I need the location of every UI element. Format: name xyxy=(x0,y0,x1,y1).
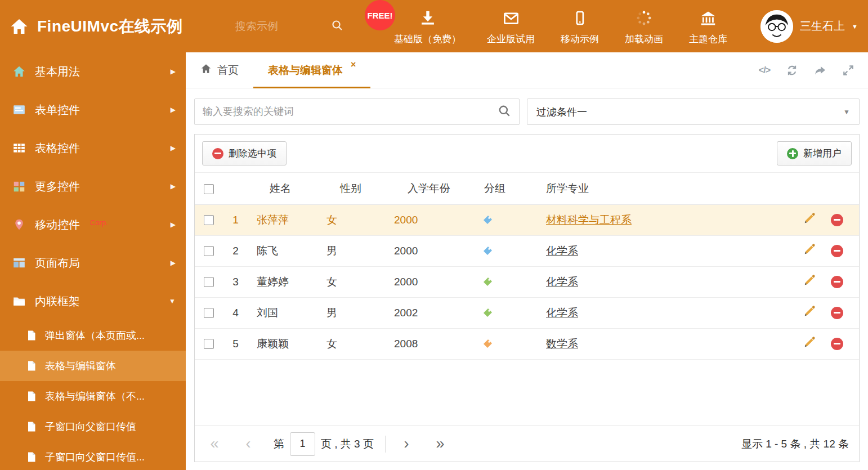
home-icon xyxy=(200,64,212,77)
nav-item-enterprise-trial[interactable]: 企业版试用 xyxy=(487,7,535,46)
major-link[interactable]: 数学系 xyxy=(546,338,578,350)
sidebar-subitem-child-to-parent[interactable]: 子窗口向父窗口传值 xyxy=(0,411,186,442)
col-header-group[interactable]: 分组 xyxy=(471,173,538,204)
col-header-gender[interactable]: 性别 xyxy=(319,173,386,204)
next-page-icon[interactable]: › xyxy=(397,436,416,451)
row-checkbox[interactable] xyxy=(204,308,214,318)
nav-item-mobile-demo[interactable]: 移动示例 xyxy=(561,7,599,46)
tag-icon xyxy=(482,276,538,288)
close-icon[interactable]: × xyxy=(351,60,356,70)
filter-row: 过滤条件一 ▼ xyxy=(194,99,860,125)
table-row[interactable]: 2 陈飞 男 2000 化学系 xyxy=(195,235,859,266)
header-search-input[interactable] xyxy=(235,20,331,33)
table-row[interactable]: 5 康颖颖 女 2008 数学系 xyxy=(195,328,859,359)
row-checkbox[interactable] xyxy=(204,277,214,287)
page-icon xyxy=(26,421,37,432)
search-icon[interactable] xyxy=(331,19,343,34)
sidebar-subitem-popup-window[interactable]: 弹出窗体（本页面或... xyxy=(0,320,186,351)
delete-icon[interactable] xyxy=(831,214,843,226)
sidebar-subitem-grid-edit-window[interactable]: 表格与编辑窗体 xyxy=(0,351,186,381)
home-icon xyxy=(12,65,26,78)
chevron-right-icon: ▶ xyxy=(171,68,176,75)
share-icon[interactable] xyxy=(814,65,826,76)
sidebar-item-mobile-controls[interactable]: 移动控件 Corp. ▶ xyxy=(0,205,186,244)
app: FineUIMvc在线示例 FREE! 基础版（免费） 企业版试用 xyxy=(0,0,868,470)
home-icon[interactable] xyxy=(10,18,28,35)
source-code-icon[interactable]: </> xyxy=(759,65,770,75)
cell-name: 陈飞 xyxy=(248,235,319,266)
table-row[interactable]: 3 董婷婷 女 2000 化学系 xyxy=(195,266,859,297)
sidebar-subitem-child-to-parent-2[interactable]: 子窗口向父窗口传值... xyxy=(0,442,186,470)
delete-icon[interactable] xyxy=(831,245,843,257)
edit-icon[interactable] xyxy=(803,212,816,227)
page-content: 过滤条件一 ▼ 删除选中项 新增用户 xyxy=(186,88,868,470)
sidebar-item-form-controls[interactable]: 表单控件 ▶ xyxy=(0,91,186,129)
tab-grid-edit-window[interactable]: 表格与编辑窗体 × xyxy=(253,52,370,88)
delete-icon[interactable] xyxy=(831,307,843,319)
bank-icon xyxy=(700,10,717,28)
page-icon xyxy=(26,330,37,341)
chevron-right-icon: ▶ xyxy=(171,144,176,152)
sidebar-item-basic-usage[interactable]: 基本用法 ▶ xyxy=(0,52,186,91)
search-icon[interactable] xyxy=(498,104,511,120)
edit-icon[interactable] xyxy=(803,336,816,351)
chevron-right-icon: ▶ xyxy=(171,259,176,267)
row-checkbox[interactable] xyxy=(204,246,214,256)
main-panel: 首页 表格与编辑窗体 × </> xyxy=(186,52,868,470)
prev-page-icon[interactable]: ‹ xyxy=(239,436,258,451)
sidebar-item-grid-controls[interactable]: 表格控件 ▶ xyxy=(0,129,186,167)
col-header-major[interactable]: 所学专业 xyxy=(538,173,791,204)
page-prefix: 第 xyxy=(274,437,284,451)
cell-gender: 女 xyxy=(319,204,386,235)
tag-icon xyxy=(482,245,538,257)
nav-item-theme-repo[interactable]: 主题仓库 xyxy=(689,7,727,46)
first-page-icon[interactable]: « xyxy=(205,436,224,451)
sidebar-item-inline-frame[interactable]: 内联框架 ▼ xyxy=(0,282,186,320)
corp-badge: Corp. xyxy=(90,218,108,227)
cell-year: 2000 xyxy=(386,204,471,235)
col-header-year[interactable]: 入学年份 xyxy=(386,173,471,204)
major-link[interactable]: 材料科学与工程系 xyxy=(546,214,632,226)
layout-icon xyxy=(12,257,26,269)
col-header-name[interactable]: 姓名 xyxy=(248,173,319,204)
sidebar-subitem-grid-edit-window-2[interactable]: 表格与编辑窗体（不... xyxy=(0,381,186,411)
brand: FineUIMvc在线示例 xyxy=(10,16,235,37)
row-checkbox[interactable] xyxy=(204,339,214,349)
app-header: FineUIMvc在线示例 FREE! 基础版（免费） 企业版试用 xyxy=(0,0,868,52)
add-user-button[interactable]: 新增用户 xyxy=(777,141,852,165)
edit-icon[interactable] xyxy=(803,274,816,289)
page-icon xyxy=(26,451,37,463)
edit-icon[interactable] xyxy=(803,305,816,320)
keyword-search-input[interactable] xyxy=(203,106,498,118)
pager-divider xyxy=(385,436,386,453)
nav-label: 基础版（免费） xyxy=(394,33,461,46)
major-link[interactable]: 化学系 xyxy=(546,245,578,257)
table-row[interactable]: 4 刘国 男 2002 化学系 xyxy=(195,297,859,328)
tag-icon xyxy=(482,338,538,350)
row-checkbox[interactable] xyxy=(204,215,214,225)
delete-selected-button[interactable]: 删除选中项 xyxy=(202,141,287,165)
sidebar-item-more-controls[interactable]: 更多控件 ▶ xyxy=(0,167,186,205)
nav-item-basic-edition[interactable]: FREE! 基础版（免费） xyxy=(394,7,461,46)
pin-icon xyxy=(12,218,26,231)
delete-icon[interactable] xyxy=(831,276,843,288)
filter-dropdown[interactable]: 过滤条件一 ▼ xyxy=(527,99,860,125)
nav-item-loading-animation[interactable]: 加载动画 xyxy=(625,7,663,46)
major-link[interactable]: 化学系 xyxy=(546,276,578,288)
page-number-input[interactable] xyxy=(290,432,315,456)
edit-icon[interactable] xyxy=(803,243,816,258)
fullscreen-icon[interactable] xyxy=(842,64,854,77)
user-menu[interactable]: 三生石上 ▼ xyxy=(760,10,858,43)
sidebar-item-label: 表单控件 xyxy=(35,102,80,118)
tab-home[interactable]: 首页 xyxy=(186,52,253,88)
last-page-icon[interactable]: » xyxy=(431,436,450,451)
delete-icon[interactable] xyxy=(831,338,843,350)
sidebar-item-page-layout[interactable]: 页面布局 ▶ xyxy=(0,244,186,282)
select-all-checkbox[interactable] xyxy=(204,184,214,194)
cell-gender: 女 xyxy=(319,266,386,297)
tab-tools: </> xyxy=(759,52,868,88)
table-row[interactable]: 1 张萍萍 女 2000 材料科学与工程系 xyxy=(195,204,859,235)
minus-circle-icon xyxy=(212,148,223,159)
major-link[interactable]: 化学系 xyxy=(546,307,578,319)
refresh-icon[interactable] xyxy=(786,64,798,77)
